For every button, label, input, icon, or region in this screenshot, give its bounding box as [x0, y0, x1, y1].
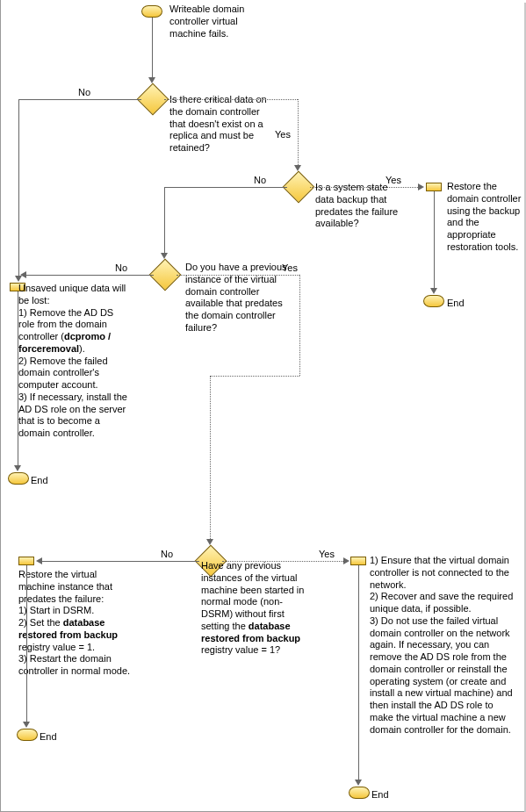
flowchart-container: Writeable domain controller virtual mach… — [0, 0, 526, 812]
end-terminal-4 — [349, 787, 370, 799]
d2-yes-label: Yes — [385, 176, 401, 185]
end-label-1: End — [447, 298, 465, 308]
start-text: Writeable domain controller virtual mach… — [169, 4, 266, 40]
process-restore-backup — [426, 183, 442, 191]
decision-critical-data-text: Is there critical data on the domain con… — [169, 94, 275, 154]
outcome-do-not-use: 1) Ensure that the virtual domain contro… — [370, 555, 517, 736]
end-label-2: End — [31, 476, 48, 485]
d3-no-label: No — [115, 263, 127, 273]
decision-system-state-backup-text: Is a system state data backup that preda… — [315, 182, 403, 230]
outcome-restore-instance-3: 3) Restart the domain controller in norm… — [18, 653, 130, 676]
outcome-restore-instance-2c: registry value = 1. — [18, 642, 95, 652]
decision-started-normal-mode-text: Have any previous instances of the virtu… — [201, 560, 312, 657]
outcome-unsaved-1c: ). — [79, 343, 85, 354]
outcome-restore-instance: Restore the virtual machine instance tha… — [18, 569, 133, 678]
outcome-yes-d4-2: 2) Recover and save the required unique … — [370, 591, 513, 614]
outcome-unsaved-3: 3) If necessary, install the AD DS role … — [18, 392, 127, 438]
end-label-4: End — [371, 790, 389, 800]
decision-previous-instance-text: Do you have a previous instance of the v… — [185, 262, 287, 334]
outcome-yes-d4-3: 3) Do not use the failed virtual domain … — [370, 615, 513, 735]
outcome-restore-instance-2a: 2) Set the — [18, 617, 63, 628]
outcome-restore-backup: Restore the domain controller using the … — [447, 181, 524, 254]
d3-yes-label: Yes — [282, 263, 298, 273]
d4-part2: registry value = 1? — [201, 644, 280, 655]
d1-no-label: No — [78, 88, 90, 97]
outcome-unsaved: Unsaved unique data will be lost: 1) Rem… — [18, 283, 131, 440]
d2-no-label: No — [254, 176, 266, 185]
process-do-not-use — [350, 557, 366, 565]
outcome-restore-instance-header: Restore the virtual machine instance tha… — [18, 569, 112, 604]
outcome-unsaved-2: 2) Remove the failed domain controller's… — [18, 356, 108, 391]
outcome-yes-d4-1: 1) Ensure that the virtual domain contro… — [370, 555, 509, 590]
d1-yes-label: Yes — [275, 130, 291, 140]
start-terminal — [141, 5, 162, 18]
end-label-3: End — [40, 732, 57, 742]
end-terminal-1 — [423, 295, 444, 307]
process-restore-instance — [18, 557, 34, 565]
d4-no-label: No — [161, 550, 173, 559]
outcome-unsaved-header: Unsaved unique data will be lost: — [18, 283, 126, 305]
end-terminal-3 — [17, 729, 38, 741]
outcome-restore-instance-1: 1) Start in DSRM. — [18, 605, 94, 615]
end-terminal-2 — [8, 472, 29, 485]
d4-yes-label: Yes — [319, 550, 335, 559]
